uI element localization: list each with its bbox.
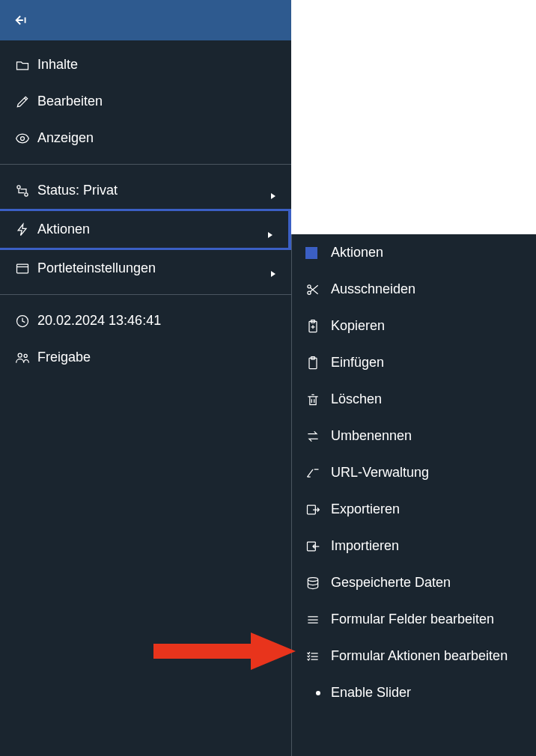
- menu-item-contents[interactable]: Inhalte: [0, 46, 291, 83]
- submenu-item-label: Formular Aktionen bearbeiten: [331, 648, 508, 664]
- submenu-item-label: Einfügen: [331, 355, 384, 371]
- actions-submenu: Aktionen Ausschneiden Kopieren Einfügen …: [291, 234, 536, 756]
- chevron-right-icon: [270, 188, 276, 194]
- chevron-right-icon: [270, 266, 276, 272]
- submenu-item-cut[interactable]: Ausschneiden: [292, 271, 536, 308]
- database-icon: [305, 576, 331, 591]
- import-icon: [305, 539, 331, 554]
- menu-section-info: 20.02.2024 13:46:41 Freigabe: [0, 296, 291, 382]
- export-icon: [305, 502, 331, 517]
- checklist-icon: [305, 649, 331, 664]
- menu-item-sharing[interactable]: Freigabe: [0, 339, 291, 376]
- submenu-item-label: Kopieren: [331, 318, 385, 334]
- menu-item-label: Inhalte: [37, 57, 276, 73]
- submenu-item-label: Formular Felder bearbeiten: [331, 612, 494, 627]
- menu-item-status[interactable]: Status: Privat: [0, 172, 291, 209]
- folder-icon: [15, 58, 37, 73]
- submenu-item-import[interactable]: Importieren: [292, 528, 536, 564]
- menu-item-label: 20.02.2024 13:46:41: [37, 313, 276, 329]
- menu-item-label: Bearbeiten: [37, 94, 276, 109]
- clipboard-icon: [305, 356, 331, 371]
- chevron-right-icon: [267, 227, 273, 233]
- divider: [0, 294, 291, 295]
- submenu-item-delete[interactable]: Löschen: [292, 381, 536, 418]
- square-icon: [305, 247, 331, 259]
- menu-section-actions: Status: Privat Aktionen Portleteinstellu…: [0, 166, 291, 293]
- svg-point-0: [21, 136, 25, 140]
- submenu-item-label: Löschen: [331, 391, 382, 407]
- menu-section-main: Inhalte Bearbeiten Anzeigen: [0, 40, 291, 162]
- menu-item-label: Portleteinstellungen: [37, 260, 270, 276]
- submenu-item-label: Exportieren: [331, 502, 400, 517]
- lightning-icon: [15, 222, 37, 237]
- svg-point-15: [308, 577, 317, 581]
- submenu-item-label: Enable Slider: [331, 685, 411, 701]
- menu-item-actions[interactable]: Aktionen: [0, 209, 291, 250]
- clipboard-plus-icon: [305, 319, 331, 334]
- submenu-item-saved-data[interactable]: Gespeicherte Daten: [292, 564, 536, 601]
- submenu-item-enable-slider[interactable]: Enable Slider: [292, 674, 536, 711]
- submenu-item-label: URL-Verwaltung: [331, 465, 429, 481]
- eye-icon: [15, 131, 37, 146]
- submenu-header: Aktionen: [292, 234, 536, 271]
- svg-point-5: [18, 353, 22, 357]
- back-icon[interactable]: [13, 12, 30, 28]
- submenu-item-label: Ausschneiden: [331, 281, 415, 297]
- svg-point-8: [308, 291, 311, 294]
- clock-icon: [15, 314, 37, 329]
- submenu-item-label: Umbenennen: [331, 428, 412, 444]
- workflow-icon: [15, 183, 37, 198]
- swap-icon: [305, 429, 331, 444]
- divider: [0, 164, 291, 165]
- svg-point-1: [17, 185, 20, 188]
- submenu-item-edit-fields[interactable]: Formular Felder bearbeiten: [292, 601, 536, 638]
- list-icon: [305, 612, 331, 627]
- menu-item-timestamp[interactable]: 20.02.2024 13:46:41: [0, 302, 291, 339]
- pencil-icon: [15, 94, 37, 109]
- svg-rect-3: [17, 264, 28, 273]
- bullet-icon: [305, 691, 331, 695]
- link-icon: [305, 466, 331, 481]
- menu-item-label: Freigabe: [37, 350, 276, 365]
- submenu-item-label: Gespeicherte Daten: [331, 575, 451, 591]
- sidebar: Inhalte Bearbeiten Anzeigen Status: Priv…: [0, 0, 291, 756]
- submenu-item-edit-actions[interactable]: Formular Aktionen bearbeiten: [292, 638, 536, 674]
- svg-point-2: [25, 192, 28, 195]
- menu-item-label: Aktionen: [37, 222, 267, 237]
- submenu-item-label: Importieren: [331, 538, 399, 554]
- header-bar: [0, 0, 291, 40]
- menu-item-portlets[interactable]: Portleteinstellungen: [0, 250, 291, 287]
- submenu-header-label: Aktionen: [331, 245, 383, 260]
- scissors-icon: [305, 282, 331, 297]
- menu-item-edit[interactable]: Bearbeiten: [0, 83, 291, 120]
- submenu-item-url[interactable]: URL-Verwaltung: [292, 454, 536, 491]
- trash-icon: [305, 392, 331, 407]
- menu-item-label: Anzeigen: [37, 130, 276, 146]
- svg-point-7: [308, 284, 311, 287]
- users-icon: [15, 350, 37, 365]
- submenu-item-export[interactable]: Exportieren: [292, 491, 536, 528]
- svg-point-6: [24, 354, 27, 357]
- window-icon: [15, 261, 37, 276]
- menu-item-view[interactable]: Anzeigen: [0, 120, 291, 156]
- submenu-item-rename[interactable]: Umbenennen: [292, 418, 536, 454]
- submenu-item-copy[interactable]: Kopieren: [292, 308, 536, 344]
- submenu-item-paste[interactable]: Einfügen: [292, 344, 536, 381]
- menu-item-label: Status: Privat: [37, 183, 270, 198]
